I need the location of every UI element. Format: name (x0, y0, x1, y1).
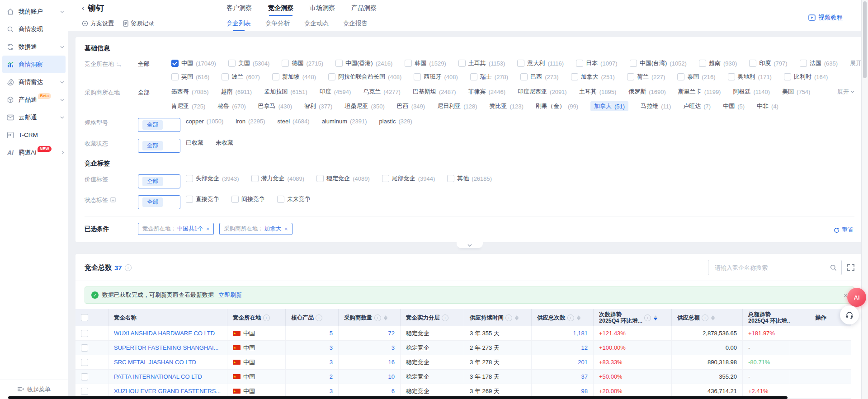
row-checkbox[interactable] (81, 344, 88, 352)
filter-option[interactable]: 中国(17049) (171, 59, 216, 67)
subtab-竞企报告[interactable]: 竞企报告 (343, 19, 368, 28)
filter-option[interactable]: 尼日利亚(128) (437, 102, 477, 110)
select-all-checkbox[interactable] (81, 314, 88, 321)
tab-产品洞察[interactable]: 产品洞察 (351, 0, 377, 16)
supply-times-count[interactable]: 12 (581, 344, 588, 351)
filter-option[interactable]: 阿根廷(1140) (733, 88, 770, 96)
checkbox[interactable] (699, 60, 706, 67)
sort-icon[interactable] (654, 315, 657, 320)
trade-records-button[interactable]: 贸易记录 (123, 19, 154, 28)
filter-option[interactable]: 英国(616) (171, 73, 209, 81)
filter-option[interactable]: 墨西哥(7085) (171, 88, 209, 96)
filter-option[interactable]: 印度(4594) (320, 88, 351, 96)
row-checkbox[interactable] (81, 330, 88, 337)
filter-option[interactable]: 潜力竞企(4089) (251, 174, 305, 183)
filter-option[interactable]: iron(2295) (236, 118, 265, 125)
filter-option[interactable]: 印度(797) (749, 59, 787, 67)
supply-times-count[interactable]: 37 (581, 373, 588, 380)
checkbox[interactable] (186, 196, 193, 203)
remove-chip-icon[interactable]: × (206, 226, 209, 232)
assistant-fab[interactable]: AI (847, 288, 866, 307)
filter-option[interactable]: 坦桑尼亚(350) (344, 102, 384, 110)
core-products-count[interactable]: 3 (330, 388, 333, 394)
sort-icon[interactable] (515, 315, 519, 320)
checkbox[interactable] (171, 73, 179, 80)
back-icon[interactable]: ‹ (82, 4, 84, 12)
filter-option[interactable]: 巴基斯坦(2487) (413, 88, 456, 96)
filter-all-option[interactable]: 全部 (138, 59, 171, 68)
filter-option[interactable]: 中国(台湾)(1052) (630, 59, 687, 67)
subtab-竞争分析[interactable]: 竞争分析 (265, 19, 290, 28)
filter-option[interactable]: steel(4684) (278, 118, 310, 125)
filter-option[interactable]: 西班牙(408) (414, 73, 458, 81)
filter-option[interactable]: 印度尼西亚(2091) (518, 88, 567, 96)
company-name-link[interactable]: XUZHOU EVER GRAND FASTENERS... (114, 388, 221, 394)
filter-option[interactable]: 越南(6911) (221, 88, 252, 96)
filter-option[interactable]: 巴西(273) (520, 73, 558, 81)
checkbox[interactable] (576, 60, 583, 67)
filter-option[interactable]: 奥地利(171) (728, 73, 772, 81)
filter-option[interactable]: 中非(4) (757, 102, 778, 110)
horizontal-scrollbar[interactable] (8, 396, 788, 399)
filter-option[interactable]: 荷兰(227) (627, 73, 665, 81)
filter-option[interactable]: 乌克兰(4277) (363, 88, 401, 96)
sidebar-item-tendata-ai[interactable]: Ai腾道AINEW (0, 144, 68, 161)
checkbox[interactable] (520, 73, 528, 80)
checkbox[interactable] (282, 60, 289, 67)
checkbox-checked[interactable] (171, 60, 179, 67)
remove-chip-icon[interactable]: × (284, 226, 288, 232)
filter-option[interactable]: 加拿大(51) (590, 101, 628, 111)
checkbox[interactable] (231, 196, 239, 203)
company-name-link[interactable]: PATTA INTERNATIONAL CO LTD (114, 373, 202, 380)
company-name-link[interactable]: WUXI ANSHIDA HARDWARE CO LTD (114, 330, 215, 337)
filter-all-option[interactable]: 全部 (138, 174, 180, 188)
plan-settings-button[interactable]: 方案设置 (82, 19, 114, 28)
supply-times-count[interactable]: 98 (581, 388, 588, 394)
checkbox[interactable] (749, 60, 756, 67)
filter-option[interactable]: 新加坡(448) (272, 73, 316, 81)
filter-option[interactable]: 中国(5) (723, 102, 745, 110)
sidebar-item-biz-radar[interactable]: 商情雷达 (0, 73, 68, 91)
row-checkbox[interactable] (81, 359, 88, 366)
expand-button[interactable]: 展开 (837, 88, 854, 96)
filter-option[interactable]: 未来竞争 (277, 195, 311, 203)
checkbox[interactable] (335, 60, 343, 67)
subtab-竞企列表[interactable]: 竞企列表 (226, 19, 251, 28)
sort-icon[interactable] (577, 315, 580, 320)
tab-客户洞察[interactable]: 客户洞察 (226, 0, 252, 16)
tab-竞企洞察[interactable]: 竞企洞察 (268, 0, 293, 16)
vertical-scrollbar[interactable] (861, 0, 868, 399)
filter-option[interactable]: 已收藏 (186, 139, 203, 147)
filter-option[interactable]: 德国(2715) (282, 59, 323, 67)
checkbox[interactable] (382, 175, 389, 182)
filter-option[interactable]: 卢旺达(7) (683, 102, 711, 110)
filter-option[interactable]: 巴西(349) (397, 102, 425, 110)
filter-all-option[interactable]: 全部 (138, 195, 180, 209)
filter-option[interactable]: 波兰(607) (222, 73, 259, 81)
filter-option[interactable]: 瑞士(278) (470, 73, 508, 81)
buyers-count[interactable]: 3 (392, 344, 395, 351)
filter-option[interactable]: 未收藏 (216, 139, 233, 147)
checkbox[interactable] (784, 73, 791, 80)
filter-option[interactable]: 土耳其(1895) (579, 88, 617, 96)
sidebar-item-my-account[interactable]: 我的账户 (0, 3, 68, 20)
supply-times-count[interactable]: 201 (578, 359, 588, 366)
filter-all-option[interactable]: 全部 (138, 88, 171, 97)
checkbox[interactable] (272, 73, 279, 80)
sidebar-item-biz-discovery[interactable]: 商情发现 (0, 20, 68, 38)
buyers-count[interactable]: 72 (388, 330, 395, 337)
filter-option[interactable]: 间接竞争 (231, 195, 265, 203)
filter-option[interactable]: 法国(635) (800, 59, 838, 67)
row-checkbox[interactable] (81, 388, 88, 395)
filter-option[interactable]: 其他(26185) (447, 174, 492, 183)
filter-option[interactable]: 阿拉伯联合酋长国(408) (328, 73, 401, 81)
checkbox[interactable] (630, 60, 637, 67)
filter-option[interactable]: plastic(329) (379, 118, 412, 125)
checkbox[interactable] (458, 60, 466, 67)
checkbox[interactable] (405, 60, 412, 67)
sidebar-item-cloud-mail[interactable]: 云邮通 (0, 108, 68, 126)
checkbox[interactable] (222, 73, 229, 80)
filter-option[interactable]: 巴拿马(430) (258, 102, 292, 110)
filter-all-option[interactable]: 全部 (138, 139, 180, 153)
filter-option[interactable]: 孟加拉国(6151) (264, 88, 307, 96)
